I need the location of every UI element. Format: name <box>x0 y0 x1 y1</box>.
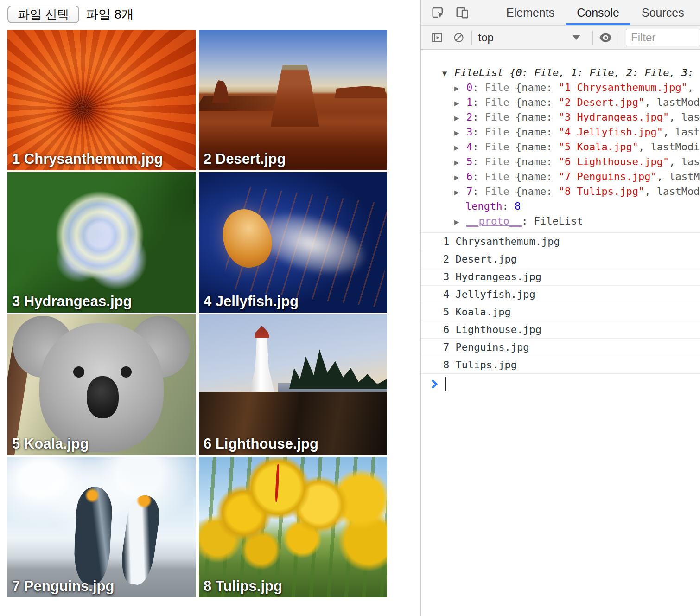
object-class: File <box>485 82 509 93</box>
string-value: "5 Koala.jpg" <box>559 141 638 153</box>
active-tab-underline <box>566 23 630 25</box>
console-prompt[interactable] <box>421 374 700 394</box>
syntax: : <box>472 171 485 182</box>
syntax: { <box>509 111 522 123</box>
disclosure-closed-icon[interactable]: ▶ <box>454 140 466 154</box>
syntax: : <box>546 156 559 167</box>
filelist-item-row[interactable]: ▶2: File {name: "3 Hydrangeas.jpg", last… <box>421 110 700 125</box>
jellyfish-image: 4 Jellyfish.jpg <box>199 172 387 313</box>
disclosure-closed-icon[interactable]: ▶ <box>454 170 466 184</box>
tab-elements[interactable]: Elements <box>495 0 566 25</box>
property-key: 1 <box>466 96 472 108</box>
inspect-element-icon[interactable] <box>431 6 445 19</box>
filelist-log-entry: ▼FileList {0: File, 1: File, 2: File, 3:… <box>421 50 700 233</box>
filelist-length-row: length: 8 <box>421 199 700 214</box>
string-value: "8 Tulips.jpg" <box>559 186 644 197</box>
property-key: 7 <box>466 186 472 197</box>
execution-context-selector[interactable]: top <box>478 31 583 44</box>
image-label: 2 Desert.jpg <box>204 151 286 167</box>
image-label: 1 Chrysanthemum.jpg <box>12 151 163 167</box>
syntax: : <box>546 141 559 153</box>
preview-key: lastModified <box>650 141 700 153</box>
console-filter-input[interactable] <box>626 29 700 46</box>
lighthouse-trees-shape <box>289 343 387 389</box>
proto-value: FileList <box>534 215 583 227</box>
proto-key: __proto__ <box>466 215 522 227</box>
clear-console-icon[interactable] <box>453 31 465 45</box>
syntax: : <box>472 111 485 123</box>
tab-console-label: Console <box>577 6 619 19</box>
image-label: 7 Penguins.jpg <box>12 578 114 595</box>
text-caret <box>445 377 446 391</box>
file-input-row: 파일 선택 파일 8개 <box>7 6 134 23</box>
disclosure-closed-icon[interactable]: ▶ <box>454 81 466 95</box>
disclosure-open-icon[interactable]: ▼ <box>442 66 454 80</box>
filelist-item-row[interactable]: ▶3: File {name: "4 Jellyfish.jpg", lastM… <box>421 125 700 140</box>
object-class: File <box>485 126 509 138</box>
preview-key: lastModified <box>681 111 700 123</box>
filelist-header-row[interactable]: ▼FileList {0: File, 1: File, 2: File, 3:… <box>421 65 700 80</box>
string-value: "1 Chrysanthemum.jpg" <box>559 82 687 93</box>
devtools-tabs: Elements Console Sources Ne <box>495 0 700 25</box>
syntax: : <box>472 141 485 153</box>
console-toolbar: top <box>421 26 700 50</box>
filelist-proto-row[interactable]: ▶__proto__: FileList <box>421 214 700 229</box>
filelist-item-row[interactable]: ▶5: File {name: "6 Lighthouse.jpg", last… <box>421 154 700 169</box>
syntax: : <box>546 171 559 182</box>
tab-sources[interactable]: Sources <box>630 0 695 25</box>
toolbar-separator <box>592 31 593 45</box>
disclosure-closed-icon[interactable]: ▶ <box>454 125 466 140</box>
string-value: "2 Desert.jpg" <box>559 96 644 108</box>
disclosure-closed-icon[interactable]: ▶ <box>454 110 466 125</box>
penguin-shape <box>118 493 162 587</box>
number-value: 8 <box>515 200 521 212</box>
property-key: 4 <box>466 141 472 153</box>
lighthouse-lantern-shape <box>255 326 269 338</box>
image-label: 3 Hydrangeas.jpg <box>12 293 132 310</box>
preview-key: name <box>522 126 546 138</box>
disclosure-closed-icon[interactable]: ▶ <box>454 214 466 229</box>
filelist-item-row[interactable]: ▶7: File {name: "8 Tulips.jpg", lastModi… <box>421 184 700 199</box>
property-key: 0 <box>466 82 472 93</box>
file-count-label: 파일 8개 <box>86 6 134 23</box>
filelist-item-row[interactable]: ▶6: File {name: "7 Penguins.jpg", lastMo… <box>421 169 700 184</box>
property-key: 2 <box>466 111 472 123</box>
syntax: { <box>509 141 522 153</box>
tulips-image: 8 Tulips.jpg <box>199 457 387 597</box>
syntax: { <box>509 96 522 108</box>
chrysanthemum-image: 1 Chrysanthemum.jpg <box>7 30 196 170</box>
file-select-button[interactable]: 파일 선택 <box>7 6 79 23</box>
devtools-panel: Elements Console Sources Ne top <box>420 0 700 616</box>
syntax: : <box>472 186 485 197</box>
filelist-item-row[interactable]: ▶4: File {name: "5 Koala.jpg", lastModif… <box>421 140 700 154</box>
disclosure-closed-icon[interactable]: ▶ <box>454 96 466 110</box>
device-toolbar-icon[interactable] <box>455 6 469 19</box>
lighthouse-tower-shape <box>248 335 276 398</box>
desert-mesa-shape <box>334 86 387 98</box>
live-expression-eye-icon[interactable] <box>599 32 612 44</box>
syntax: : <box>546 82 559 93</box>
penguin-shape <box>73 486 114 586</box>
filelist-preview: FileList {0: File, 1: File, 2: File, 3: … <box>454 67 700 78</box>
disclosure-closed-icon[interactable]: ▶ <box>454 155 466 169</box>
image-label: 4 Jellyfish.jpg <box>204 293 299 310</box>
string-value: "4 Jellyfish.jpg" <box>559 126 663 138</box>
filelist-item-row[interactable]: ▶1: File {name: "2 Desert.jpg", lastModi… <box>421 95 700 110</box>
console-messages: ▼FileList {0: File, 1: File, 2: File, 3:… <box>421 50 700 394</box>
console-sidebar-icon[interactable] <box>431 31 443 45</box>
preview-key: name <box>522 96 546 108</box>
syntax: : <box>472 126 485 138</box>
syntax: , <box>663 126 675 138</box>
filelist-item-row[interactable]: ▶0: File {name: "1 Chrysanthemum.jpg", l… <box>421 80 700 95</box>
syntax: , <box>657 171 669 182</box>
object-class: File <box>485 96 509 108</box>
tab-console[interactable]: Console <box>566 0 630 25</box>
property-key: 5 <box>466 156 472 167</box>
tab-network[interactable]: Ne <box>695 0 700 25</box>
disclosure-closed-icon[interactable]: ▶ <box>454 185 466 199</box>
preview-key: lastModified <box>657 186 700 197</box>
string-value: "3 Hydrangeas.jpg" <box>559 111 669 123</box>
string-value: "7 Penguins.jpg" <box>559 171 657 182</box>
object-class: File <box>485 111 509 123</box>
penguins-image: 7 Penguins.jpg <box>7 457 196 597</box>
